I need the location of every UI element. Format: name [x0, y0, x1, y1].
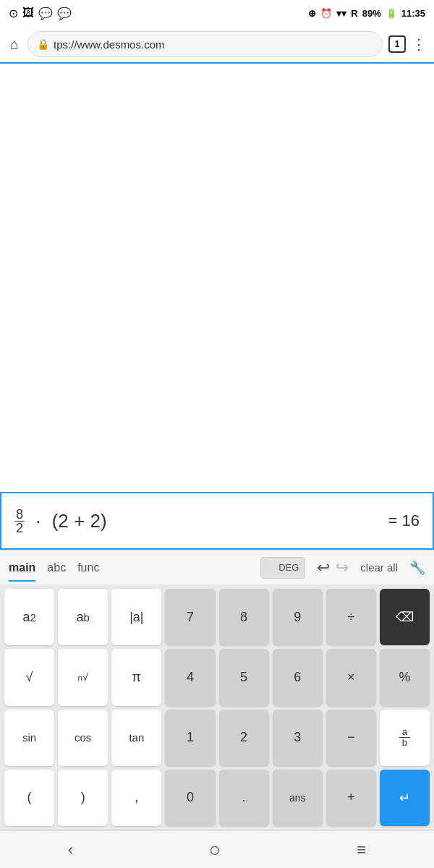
- keyboard-tabs: main abc func DEG ↩ ↪ clear all 🔧: [0, 550, 434, 584]
- tab-func[interactable]: func: [77, 558, 99, 577]
- rparen-key[interactable]: ): [58, 770, 108, 826]
- menu-button[interactable]: ≡: [357, 841, 366, 859]
- lparen-key[interactable]: (: [4, 770, 54, 826]
- dot-operator: ·: [30, 510, 46, 532]
- tab-count: 1: [395, 39, 400, 49]
- alarm-icon: ⏰: [320, 8, 332, 19]
- percent-key[interactable]: %: [380, 649, 430, 705]
- power-key[interactable]: ab: [58, 589, 108, 645]
- comma-key[interactable]: ,: [111, 770, 161, 826]
- enter-key[interactable]: ↵: [380, 770, 430, 826]
- rad-option[interactable]: [261, 558, 273, 578]
- status-right: ⊕ ⏰ ▾▾ R 89% 🔋 11:35: [308, 8, 425, 19]
- divide-key[interactable]: ÷: [326, 589, 376, 645]
- more-menu-button[interactable]: ⋮: [412, 35, 427, 53]
- chat2-icon: 💬: [57, 7, 72, 20]
- battery-percent: 89%: [362, 8, 381, 19]
- url-bar[interactable]: 🔒 tps://www.desmos.com: [27, 31, 383, 57]
- charging-icon: ⊕: [308, 8, 316, 19]
- signal-icon: R: [351, 8, 357, 19]
- bottom-nav: ‹ ○ ≡: [0, 830, 434, 868]
- sqrt-key[interactable]: √: [4, 649, 54, 705]
- nth-root-key[interactable]: n√: [58, 649, 108, 705]
- clear-all-button[interactable]: clear all: [360, 561, 398, 574]
- denominator: 2: [14, 522, 25, 535]
- lock-icon: 🔒: [37, 38, 49, 50]
- sin-key[interactable]: sin: [4, 710, 54, 766]
- zero-key[interactable]: 0: [165, 770, 215, 826]
- status-left: ⊙ 🖼 💬 💬: [9, 7, 72, 20]
- nine-key[interactable]: 9: [273, 589, 323, 645]
- keyboard: a2 ab |a| 7 8 9 ÷ ⌫ √ n√ π 4 5 6 × % sin…: [0, 584, 434, 830]
- wifi-icon: ▾▾: [336, 8, 346, 19]
- tab-abc[interactable]: abc: [47, 558, 66, 577]
- eight-key[interactable]: 8: [219, 589, 269, 645]
- nav-bar: ⌂ 🔒 tps://www.desmos.com 1 ⋮: [0, 26, 434, 64]
- two-key[interactable]: 2: [219, 710, 269, 766]
- four-key[interactable]: 4: [165, 649, 215, 705]
- ans-key[interactable]: ans: [273, 770, 323, 826]
- deg-option[interactable]: DEG: [273, 558, 305, 578]
- expression-bar[interactable]: 8 2 · (2 + 2) = 16: [0, 492, 434, 550]
- notification-icon: ⊙: [9, 7, 18, 20]
- squared-key[interactable]: a2: [4, 589, 54, 645]
- multiply-key[interactable]: ×: [326, 649, 376, 705]
- battery-icon: 🔋: [386, 8, 397, 19]
- decimal-key[interactable]: .: [219, 770, 269, 826]
- plus-key[interactable]: +: [326, 770, 376, 826]
- paren-expr: (2 + 2): [52, 510, 107, 532]
- tab-main[interactable]: main: [9, 558, 35, 577]
- five-key[interactable]: 5: [219, 649, 269, 705]
- tab-switcher[interactable]: 1: [388, 35, 406, 53]
- url-text: tps://www.desmos.com: [54, 38, 164, 51]
- home-button[interactable]: ⌂: [7, 33, 22, 56]
- time: 11:35: [401, 8, 425, 19]
- three-key[interactable]: 3: [273, 710, 323, 766]
- chat-icon: 💬: [38, 7, 53, 20]
- undo-button[interactable]: ↩: [317, 558, 330, 577]
- graph-area: [0, 64, 434, 492]
- undo-redo-group: ↩ ↪: [317, 558, 349, 577]
- status-bar: ⊙ 🖼 💬 💬 ⊕ ⏰ ▾▾ R 89% 🔋 11:35: [0, 0, 434, 26]
- numerator: 8: [14, 508, 25, 522]
- back-button[interactable]: ‹: [68, 841, 73, 859]
- one-key[interactable]: 1: [165, 710, 215, 766]
- pi-key[interactable]: π: [111, 649, 161, 705]
- six-key[interactable]: 6: [273, 649, 323, 705]
- tan-key[interactable]: tan: [111, 710, 161, 766]
- settings-icon[interactable]: 🔧: [409, 560, 425, 576]
- backspace-key[interactable]: ⌫: [380, 589, 430, 645]
- deg-rad-toggle[interactable]: DEG: [260, 557, 305, 579]
- home-nav-button[interactable]: ○: [209, 838, 221, 861]
- image-icon: 🖼: [22, 7, 34, 20]
- fraction-display: 8 2: [14, 508, 25, 535]
- cos-key[interactable]: cos: [58, 710, 108, 766]
- fraction-key[interactable]: a b: [380, 710, 430, 766]
- minus-key[interactable]: −: [326, 710, 376, 766]
- expression-result: = 16: [388, 511, 420, 530]
- redo-button[interactable]: ↪: [336, 558, 349, 577]
- abs-key[interactable]: |a|: [111, 589, 161, 645]
- seven-key[interactable]: 7: [165, 589, 215, 645]
- expression-math: 8 2 · (2 + 2): [14, 508, 107, 535]
